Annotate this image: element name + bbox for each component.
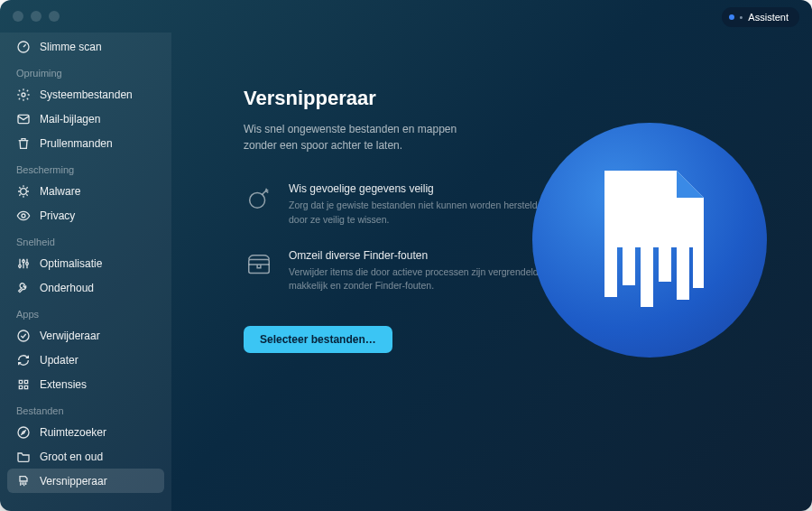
- sidebar-item-label: Onderhoud: [40, 282, 94, 294]
- svg-rect-14: [641, 247, 653, 307]
- sidebar-item-label: Ruimtezoeker: [40, 426, 106, 439]
- sidebar-item-label: Verwijderaar: [40, 330, 100, 342]
- sidebar-item-systeembestanden[interactable]: Systeembestanden: [7, 82, 164, 107]
- compass-icon: [16, 425, 31, 440]
- sidebar-item-mail-bijlagen[interactable]: Mail-bijlagen: [7, 107, 164, 131]
- sidebar-section-bestanden: Bestanden: [7, 396, 164, 420]
- sidebar-item-prullenmanden[interactable]: Prullenmanden: [7, 131, 164, 155]
- minimize-window-button[interactable]: [31, 11, 42, 22]
- svg-point-10: [250, 192, 265, 208]
- sidebar-item-verwijderaar[interactable]: Verwijderaar: [7, 323, 164, 348]
- sidebar-item-malware[interactable]: Malware: [7, 179, 164, 203]
- puzzle-icon: [16, 377, 31, 392]
- eye-icon: [16, 209, 31, 223]
- svg-rect-17: [693, 247, 704, 288]
- sidebar-item-label: Prullenmanden: [40, 137, 113, 150]
- shredder-icon: [16, 474, 31, 488]
- sidebar-section-bescherming: Bescherming: [7, 155, 164, 179]
- sidebar-item-groot-en-oud[interactable]: Groot en oud: [7, 444, 164, 469]
- bug-icon: [16, 184, 31, 199]
- page-subtitle: Wis snel ongewenste bestanden en mappen …: [244, 121, 478, 153]
- sidebar-item-label: Slimme scan: [40, 41, 102, 53]
- refresh-icon: [16, 353, 31, 367]
- svg-point-9: [18, 427, 29, 438]
- sidebar-section-apps: Apps: [7, 300, 164, 323]
- traffic-lights: [13, 11, 60, 22]
- bomb-icon: [244, 182, 274, 213]
- sidebar-item-extensies[interactable]: Extensies: [7, 372, 164, 396]
- feature-secure-erase: Wis gevoelige gegevens veilig Zorg dat j…: [244, 182, 550, 228]
- sidebar-item-label: Updater: [40, 354, 78, 367]
- mail-icon: [16, 112, 31, 126]
- sidebar-section-opruiming: Opruiming: [7, 59, 164, 82]
- close-window-button[interactable]: [13, 11, 23, 22]
- sidebar-item-ruimtezoeker[interactable]: Ruimtezoeker: [7, 420, 164, 444]
- sidebar-item-label: Groot en oud: [40, 451, 103, 463]
- sidebar-item-label: Privacy: [40, 209, 75, 222]
- shredder-document-icon: [577, 162, 722, 319]
- svg-rect-15: [659, 247, 671, 282]
- folder-icon: [16, 450, 31, 464]
- page-title: Versnipperaar: [244, 87, 767, 110]
- sidebar-section-snelheid: Snelheid: [7, 228, 164, 251]
- sidebar-item-updater[interactable]: Updater: [7, 348, 164, 372]
- svg-rect-11: [249, 259, 270, 273]
- assistent-separator: •: [740, 12, 743, 23]
- svg-rect-16: [677, 247, 689, 300]
- maximize-window-button[interactable]: [49, 11, 60, 22]
- sidebar-item-label: Mail-bijlagen: [40, 113, 100, 125]
- main-content: Versnipperaar Wis snel ongewenste bestan…: [171, 33, 812, 511]
- sidebar-item-label: Extensies: [40, 378, 87, 391]
- chest-icon: [244, 249, 274, 280]
- trash-icon: [16, 136, 31, 151]
- sidebar-item-versnipperaar[interactable]: Versnipperaar: [7, 469, 164, 493]
- speedometer-icon: [16, 40, 31, 54]
- sidebar: Slimme scan Opruiming Systeembestanden M…: [0, 33, 171, 511]
- sidebar-item-label: Malware: [40, 185, 80, 198]
- assistent-label: Assistent: [748, 12, 789, 23]
- feature-title: Omzeil diverse Finder-fouten: [289, 249, 550, 262]
- svg-point-8: [18, 330, 29, 341]
- svg-point-7: [26, 262, 29, 265]
- svg-point-5: [19, 265, 22, 267]
- feature-desc: Zorg dat je gewiste bestanden niet kunne…: [289, 199, 550, 228]
- select-files-button[interactable]: Selecteer bestanden…: [244, 326, 392, 353]
- svg-rect-13: [623, 247, 635, 285]
- sidebar-item-label: Versnipperaar: [40, 475, 107, 488]
- wrench-icon: [16, 281, 31, 295]
- svg-point-3: [21, 188, 27, 194]
- uninstall-icon: [16, 329, 31, 343]
- svg-point-4: [22, 214, 25, 218]
- feature-desc: Verwijder items die door actieve process…: [289, 265, 550, 294]
- assistent-button[interactable]: • Assistent: [722, 7, 800, 27]
- assistent-status-dot: [729, 14, 734, 20]
- sidebar-item-label: Systeembestanden: [40, 88, 133, 101]
- sliders-icon: [16, 256, 31, 271]
- feature-bypass-finder: Omzeil diverse Finder-fouten Verwijder i…: [244, 249, 550, 294]
- titlebar: • Assistent: [0, 0, 812, 33]
- svg-point-1: [22, 93, 25, 97]
- sidebar-item-optimalisatie[interactable]: Optimalisatie: [7, 251, 164, 275]
- sidebar-item-label: Optimalisatie: [40, 257, 102, 270]
- feature-title: Wis gevoelige gegevens veilig: [289, 182, 550, 195]
- hero-illustration: [532, 123, 767, 358]
- svg-rect-12: [604, 247, 617, 297]
- app-body: Slimme scan Opruiming Systeembestanden M…: [0, 33, 812, 511]
- sidebar-item-smart-scan[interactable]: Slimme scan: [7, 34, 164, 59]
- system-icon: [16, 88, 31, 102]
- sidebar-item-onderhoud[interactable]: Onderhoud: [7, 275, 164, 300]
- app-window: • Assistent Slimme scan Opruiming Systee…: [0, 0, 812, 511]
- sidebar-item-privacy[interactable]: Privacy: [7, 203, 164, 228]
- svg-point-6: [23, 260, 25, 263]
